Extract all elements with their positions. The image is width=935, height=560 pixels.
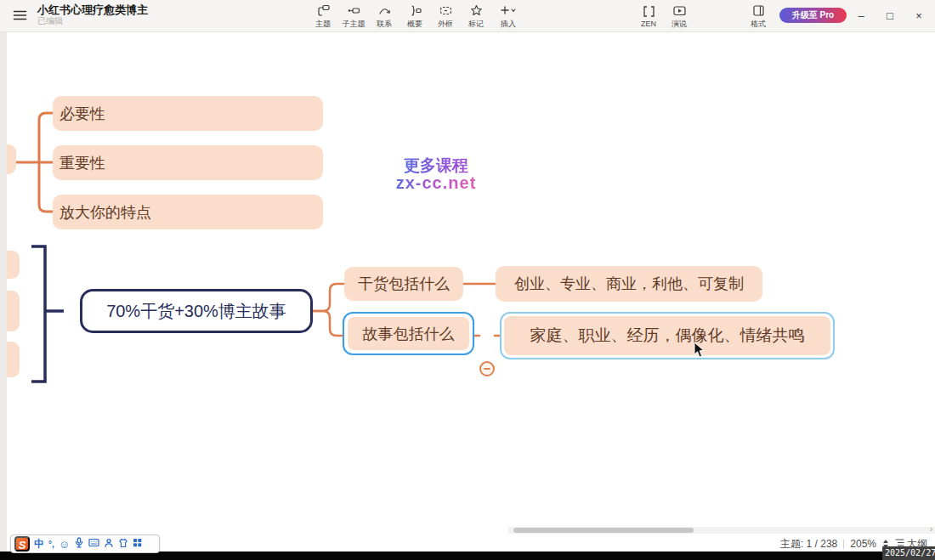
main-topic-node[interactable]: 70%干货+30%博主故事 <box>80 289 313 333</box>
clipped-node[interactable] <box>7 342 20 377</box>
marker-star-icon <box>469 3 484 18</box>
recording-timestamp: 2025/02/27 2 <box>882 546 935 560</box>
tool-label: 联系 <box>377 19 392 30</box>
tool-label: 子主题 <box>343 19 366 30</box>
maximize-button[interactable]: □ <box>876 0 904 32</box>
subtopic-node-selected[interactable]: 故事包括什么 <box>348 317 469 350</box>
tool-marker[interactable]: 标记 <box>461 3 491 30</box>
insert-plus-icon <box>500 3 518 18</box>
document-title: 小红书心理疗愈类博主 <box>37 3 148 16</box>
xmind-window: 小红书心理疗愈类博主 已编辑 主题 <box>0 0 935 560</box>
tool-boundary[interactable]: 外框 <box>430 3 461 30</box>
topic-node[interactable]: 必要性 <box>53 96 323 131</box>
tool-label: ZEN <box>641 20 656 28</box>
tool-subtopic[interactable]: 子主题 <box>338 3 369 30</box>
microphone-icon <box>74 537 84 551</box>
ime-toolbox-button[interactable] <box>133 538 142 550</box>
keyboard-icon <box>88 538 99 550</box>
tool-relationship[interactable]: 联系 <box>369 3 400 30</box>
play-icon <box>672 3 687 18</box>
format-panel-icon <box>751 3 766 18</box>
clipped-node[interactable] <box>7 291 20 331</box>
horizontal-scrollbar[interactable]: › <box>508 527 935 534</box>
summary-icon <box>408 3 422 18</box>
document-status: 已编辑 <box>37 16 148 26</box>
scroll-right-arrow[interactable]: › <box>930 524 932 534</box>
tool-label: 标记 <box>468 19 484 30</box>
tool-label: 格式 <box>751 19 766 30</box>
grid-icon <box>133 538 142 550</box>
tool-label: 主题 <box>315 19 331 30</box>
ime-toolbar: S 中 °, ☺ <box>10 535 160 553</box>
toolbar-view: ZEN 演说 <box>633 3 694 30</box>
ime-emoji-button[interactable]: ☺ <box>59 538 70 551</box>
tool-label: 插入 <box>501 19 516 30</box>
subtopic-icon <box>347 3 361 18</box>
toolbar-main: 主题 子主题 联系 <box>308 3 525 30</box>
tool-summary[interactable]: 概要 <box>400 3 430 30</box>
minimize-button[interactable]: – <box>847 0 876 32</box>
hamburger-icon <box>13 12 27 25</box>
watermark: 更多课程 zx-cc.net <box>381 156 491 192</box>
title-block: 小红书心理疗愈类博主 已编辑 <box>37 3 148 26</box>
tool-insert[interactable]: 插入 <box>491 3 525 30</box>
ime-skin-button[interactable] <box>118 538 128 551</box>
detail-node[interactable]: 家庭、职业、经历，偶像化、情绪共鸣 <box>504 316 830 355</box>
window-controls: – □ × <box>847 0 933 32</box>
ime-keyboard-button[interactable] <box>88 538 99 550</box>
format-button[interactable]: 格式 <box>743 3 774 30</box>
mindmap-canvas[interactable]: 必要性 重要性 放大你的特点 70%干货+30%博主故事 干货包括什么 创业、专… <box>0 32 935 552</box>
person-icon <box>104 538 114 551</box>
clipped-node[interactable] <box>7 251 20 279</box>
zoom-level: 205% <box>850 538 876 550</box>
watermark-line1: 更多课程 <box>381 156 491 174</box>
topic-node[interactable]: 重要性 <box>53 145 323 180</box>
subtopic-node[interactable]: 干货包括什么 <box>344 267 463 301</box>
ime-logo[interactable]: S <box>14 536 30 552</box>
clipped-parent-node[interactable] <box>7 144 16 174</box>
present-button[interactable]: 演说 <box>664 3 694 30</box>
shirt-icon <box>118 538 128 551</box>
detail-node[interactable]: 创业、专业、商业，利他、可复制 <box>496 266 762 302</box>
ime-punctuation-toggle[interactable]: °, <box>48 540 54 549</box>
tool-label: 外框 <box>438 19 453 30</box>
zen-icon <box>642 4 656 19</box>
toolbar-format: 格式 <box>743 3 774 30</box>
menu-button[interactable] <box>10 8 29 25</box>
close-button[interactable]: × <box>904 0 933 32</box>
ime-language-toggle[interactable]: 中 <box>34 537 44 552</box>
ime-voice-button[interactable] <box>74 537 84 551</box>
upgrade-pro-button[interactable]: 升级至 Pro <box>779 8 847 23</box>
tool-topic[interactable]: 主题 <box>308 3 338 30</box>
relationship-icon <box>377 3 392 18</box>
mouse-cursor <box>694 342 706 362</box>
tool-label: 演说 <box>672 19 687 30</box>
scrollbar-thumb[interactable] <box>513 528 694 533</box>
titlebar: 小红书心理疗愈类博主 已编辑 主题 <box>0 0 935 32</box>
left-edge-panel <box>0 32 7 552</box>
boundary-icon <box>439 3 453 18</box>
topic-icon <box>316 3 331 18</box>
tool-label: 概要 <box>407 19 422 30</box>
topic-count: 主题: 1 / 238 <box>780 537 837 552</box>
divider <box>843 540 844 549</box>
topic-node[interactable]: 放大你的特点 <box>53 195 323 229</box>
ime-account-button[interactable] <box>104 538 114 551</box>
zoom-in-arrow-icon <box>883 540 888 543</box>
zen-mode-button[interactable]: ZEN <box>633 3 664 30</box>
watermark-line2: zx-cc.net <box>381 174 491 192</box>
collapse-minus-button[interactable] <box>479 361 495 376</box>
